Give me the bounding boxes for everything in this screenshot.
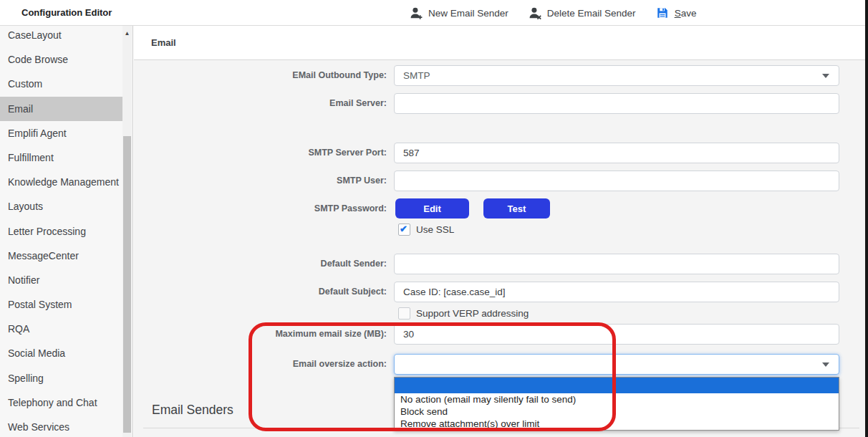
save-button[interactable]: Save xyxy=(656,6,697,20)
new-email-sender-button[interactable]: New Email Sender xyxy=(410,6,508,20)
scroll-up-icon[interactable]: ▲ xyxy=(122,30,132,37)
sidebar-item-code-browse[interactable]: Code Browse xyxy=(0,47,122,72)
dropdown-option[interactable]: No action (email may silently fail to se… xyxy=(395,393,839,405)
email-server-label: Email Server: xyxy=(134,93,387,114)
sidebar-item-custom[interactable]: Custom xyxy=(0,72,122,96)
person-delete-icon xyxy=(529,6,542,20)
edit-password-button[interactable]: Edit xyxy=(395,198,469,218)
sidebar-item-notifier[interactable]: Notifier xyxy=(0,268,122,292)
sidebar-item-fulfillment[interactable]: Fulfillment xyxy=(0,145,122,170)
test-password-button[interactable]: Test xyxy=(483,198,550,218)
verp-checkbox[interactable] xyxy=(398,307,410,320)
scrollbar-thumb[interactable] xyxy=(123,136,131,433)
panel-header: Email xyxy=(134,26,865,60)
smtp-user-label: SMTP User: xyxy=(134,171,387,191)
dropdown-option[interactable]: Block send xyxy=(395,405,839,418)
email-server-input[interactable] xyxy=(394,93,839,114)
use-ssl-label: Use SSL xyxy=(416,224,454,236)
smtp-port-label: SMTP Server Port: xyxy=(134,143,387,163)
sidebar-item-web-services[interactable]: Web Services xyxy=(0,415,122,437)
verp-label: Support VERP addressing xyxy=(416,307,529,320)
sidebar-item-email[interactable]: Email xyxy=(0,97,122,121)
sidebar-item-layouts[interactable]: Layouts xyxy=(0,194,122,218)
default-sender-label: Default Sender: xyxy=(134,254,387,274)
oversize-action-label: Email oversize action: xyxy=(134,354,387,375)
sidebar-item-caselayout[interactable]: CaseLayout xyxy=(0,26,122,47)
sidebar-list: CaseLayoutCode BrowseCustomEmailEmplifi … xyxy=(0,26,132,437)
sidebar-item-spelling[interactable]: Spelling xyxy=(0,366,122,390)
sidebar-item-postal-system[interactable]: Postal System xyxy=(0,292,122,317)
sidebar-item-social-media[interactable]: Social Media xyxy=(0,341,122,365)
email-senders-heading: Email Senders xyxy=(152,403,233,418)
default-subject-label: Default Subject: xyxy=(134,282,387,302)
sidebar-scrollbar[interactable]: ▲ xyxy=(122,26,132,437)
use-ssl-checkbox[interactable] xyxy=(398,224,410,236)
sidebar-item-knowledge-management[interactable]: Knowledge Management xyxy=(0,170,122,194)
sidebar-item-messagecenter[interactable]: MessageCenter xyxy=(0,244,122,268)
sidebar-item-rqa[interactable]: RQA xyxy=(0,317,122,341)
person-add-icon xyxy=(410,6,423,20)
delete-email-sender-button[interactable]: Delete Email Sender xyxy=(529,6,636,20)
topbar: Configuration Editor New Email Sender xyxy=(0,0,865,26)
smtp-password-label: SMTP Password: xyxy=(134,198,387,218)
sidebar-item-letter-processing[interactable]: Letter Processing xyxy=(0,219,122,244)
smtp-user-input[interactable] xyxy=(394,171,839,191)
oversize-action-dropdown-list: No action (email may silently fail to se… xyxy=(394,377,839,431)
smtp-port-input[interactable] xyxy=(394,143,839,163)
outbound-type-label: EMail Outbound Type: xyxy=(134,65,387,86)
tool-label: Delete Email Sender xyxy=(547,8,636,19)
save-icon xyxy=(656,6,670,20)
sidebar-item-emplifi-agent[interactable]: Emplifi Agent xyxy=(0,121,122,145)
toolbar: New Email Sender Delete Email Sender xyxy=(410,0,696,26)
page-title: Configuration Editor xyxy=(21,0,112,26)
dropdown-option[interactable]: Remove attachment(s) over limit xyxy=(395,418,839,430)
max-email-size-label: Maximum email size (MB): xyxy=(134,324,387,345)
sidebar: CaseLayoutCode BrowseCustomEmailEmplifi … xyxy=(0,26,133,437)
outbound-type-select[interactable]: SMTP xyxy=(394,65,839,86)
dropdown-option-blank-selected[interactable] xyxy=(395,378,839,393)
oversize-action-select[interactable] xyxy=(394,354,839,375)
default-sender-input[interactable] xyxy=(394,254,839,274)
panel-title: Email xyxy=(151,26,176,60)
configuration-editor-window: Configuration Editor New Email Sender xyxy=(0,0,868,437)
sidebar-item-telephony-and-chat[interactable]: Telephony and Chat xyxy=(0,390,122,415)
default-subject-input[interactable] xyxy=(394,282,839,302)
max-email-size-input[interactable] xyxy=(394,324,839,345)
tool-label: Save xyxy=(675,8,697,19)
tool-label: New Email Sender xyxy=(428,8,508,19)
